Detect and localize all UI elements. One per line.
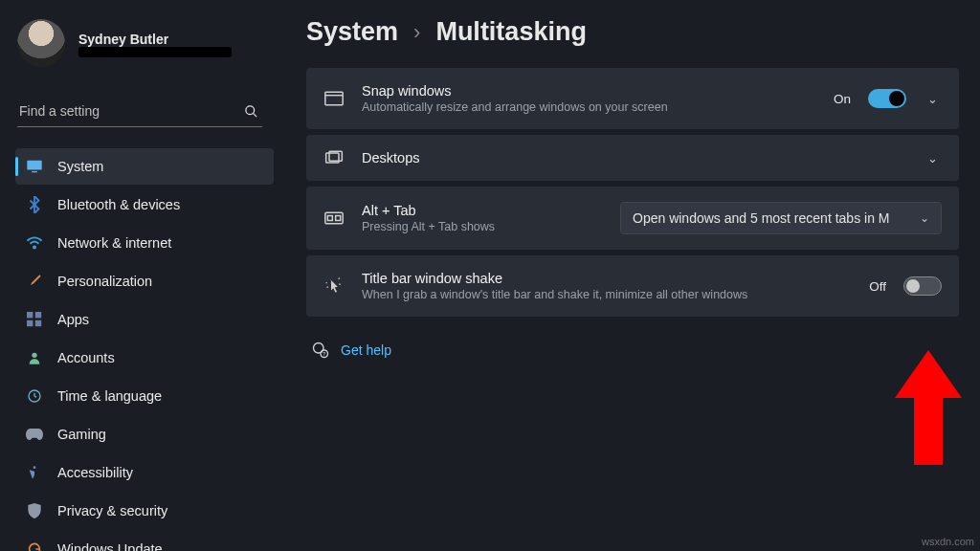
toggle-state-label: On [834, 92, 851, 106]
user-name: Sydney Butler [78, 32, 232, 47]
sidebar-item-personalization[interactable]: Personalization [15, 263, 274, 299]
setting-row-alt-tab: Alt + Tab Pressing Alt + Tab shows Open … [306, 187, 959, 250]
get-help-link[interactable]: Get help [341, 342, 391, 358]
user-account[interactable]: Sydney Butler [15, 13, 274, 69]
display-icon [25, 157, 44, 176]
svg-rect-5 [27, 312, 33, 318]
sidebar-item-label: Apps [57, 312, 89, 327]
cursor-shake-icon [323, 277, 345, 295]
chevron-down-icon[interactable]: ⌄ [924, 92, 942, 106]
sidebar-item-time[interactable]: Time & language [15, 378, 274, 414]
sidebar-item-label: Gaming [57, 427, 106, 442]
watermark: wsxdn.com [922, 536, 974, 547]
breadcrumb-root[interactable]: System [306, 17, 398, 47]
dropdown-selected: Open windows and 5 most recent tabs in M [633, 210, 889, 226]
title-bar-shake-toggle[interactable] [903, 276, 942, 296]
get-help-row: ? Get help [306, 322, 959, 378]
svg-rect-8 [35, 320, 41, 326]
svg-line-1 [253, 113, 256, 117]
chevron-right-icon: › [413, 20, 420, 45]
setting-title: Desktops [362, 150, 906, 165]
sidebar-item-label: Accounts [57, 350, 115, 365]
svg-text:?: ? [323, 351, 326, 357]
setting-title: Title bar window shake [362, 271, 852, 286]
nav: System Bluetooth & devices Network & int… [15, 148, 274, 551]
alt-tab-icon [323, 211, 345, 225]
sidebar-item-accessibility[interactable]: Accessibility [15, 454, 274, 491]
sidebar-item-label: Personalization [57, 274, 152, 289]
sidebar: Sydney Butler System Bluetooth & devi [0, 0, 278, 551]
person-icon [25, 348, 44, 367]
toggle-state-label: Off [869, 279, 886, 294]
sidebar-item-gaming[interactable]: Gaming [15, 416, 274, 452]
sidebar-item-bluetooth[interactable]: Bluetooth & devices [15, 187, 274, 223]
avatar [17, 19, 65, 67]
setting-title: Alt + Tab [362, 203, 603, 218]
sync-icon [25, 540, 44, 551]
svg-point-4 [33, 246, 35, 248]
sidebar-item-label: Time & language [57, 388, 162, 404]
clock-icon [25, 386, 44, 406]
setting-description: When I grab a window's title bar and sha… [362, 288, 852, 301]
sidebar-item-label: Windows Update [57, 541, 163, 551]
svg-point-0 [246, 105, 255, 114]
sidebar-item-label: Privacy & security [57, 503, 167, 518]
svg-rect-18 [336, 216, 341, 221]
chevron-down-icon[interactable]: ⌄ [924, 151, 942, 165]
gamepad-icon [25, 425, 44, 444]
search-input-wrapper[interactable] [17, 98, 262, 127]
chevron-down-icon: ⌄ [920, 211, 929, 225]
alt-tab-dropdown[interactable]: Open windows and 5 most recent tabs in M… [620, 202, 942, 234]
breadcrumb: System › Multitasking [306, 17, 959, 47]
sidebar-item-accounts[interactable]: Accounts [15, 340, 274, 376]
help-icon: ? [312, 342, 329, 359]
window-icon [323, 91, 345, 106]
svg-point-11 [33, 466, 36, 469]
setting-row-snap-windows[interactable]: Snap windows Automatically resize and ar… [306, 68, 959, 129]
setting-description: Pressing Alt + Tab shows [362, 220, 603, 233]
sidebar-item-network[interactable]: Network & internet [15, 225, 274, 261]
bluetooth-icon [25, 195, 44, 214]
wifi-icon [25, 233, 44, 253]
sidebar-item-update[interactable]: Windows Update [15, 531, 274, 551]
accessibility-icon [25, 463, 44, 482]
svg-rect-6 [35, 312, 41, 318]
svg-rect-2 [27, 161, 41, 170]
setting-row-title-bar-shake: Title bar window shake When I grab a win… [306, 255, 959, 317]
grid-icon [25, 310, 44, 329]
svg-rect-7 [27, 320, 33, 326]
sidebar-item-label: System [57, 159, 103, 174]
search-icon [244, 104, 258, 119]
setting-description: Automatically resize and arrange windows… [362, 100, 816, 114]
sidebar-item-label: Bluetooth & devices [57, 197, 180, 212]
sidebar-item-privacy[interactable]: Privacy & security [15, 493, 274, 529]
desktops-icon [323, 150, 345, 165]
sidebar-item-apps[interactable]: Apps [15, 301, 274, 338]
snap-windows-toggle[interactable] [868, 89, 906, 108]
sidebar-item-label: Accessibility [57, 465, 133, 480]
setting-title: Snap windows [362, 83, 816, 99]
user-email-redacted [78, 49, 232, 55]
setting-row-desktops[interactable]: Desktops ⌄ [306, 135, 959, 181]
brush-icon [25, 272, 44, 291]
shield-icon [25, 501, 44, 520]
page-title: Multitasking [435, 17, 587, 47]
main-content: System › Multitasking Snap windows Autom… [278, 0, 980, 551]
svg-rect-17 [327, 216, 332, 221]
sidebar-item-label: Network & internet [57, 235, 171, 251]
search-input[interactable] [19, 103, 244, 119]
svg-point-9 [32, 353, 36, 358]
sidebar-item-system[interactable]: System [15, 148, 274, 185]
svg-rect-12 [325, 92, 343, 104]
svg-rect-3 [32, 171, 37, 172]
